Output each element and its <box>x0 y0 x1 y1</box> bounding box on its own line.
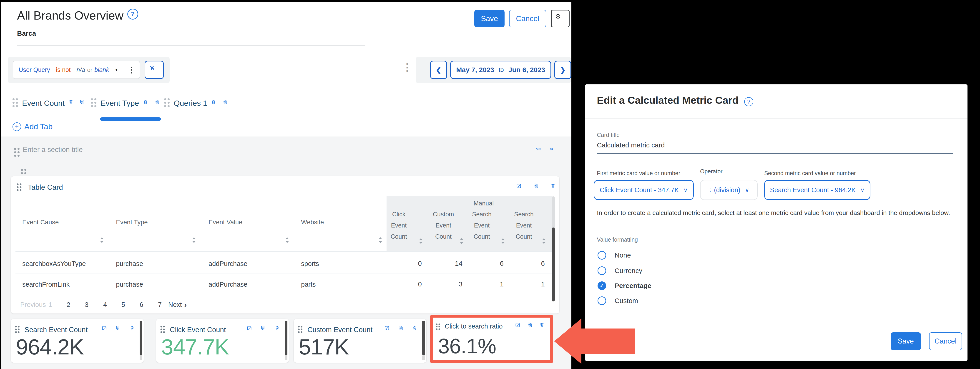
sort-toggle-icon[interactable] <box>419 238 423 244</box>
pagination-previous[interactable]: Previous <box>20 301 46 308</box>
filter-pill[interactable]: User Query is not n/a or blank ▼ ⋮ <box>13 61 140 79</box>
dashboard-help-icon[interactable]: ? <box>127 9 138 19</box>
date-toolbar-kebab-icon[interactable]: ⋮ <box>402 61 412 73</box>
table-card-delete-icon[interactable] <box>550 183 560 193</box>
radio-currency-label[interactable]: Currency <box>615 267 642 275</box>
date-prev-button[interactable]: ❮ <box>430 61 447 79</box>
tab-event-type[interactable]: Event Type <box>91 98 162 108</box>
metric-card-edit-icon[interactable] <box>384 325 393 334</box>
metric-card-delete-icon[interactable] <box>412 325 420 334</box>
column-header[interactable]: Website <box>301 219 324 226</box>
dashboard-save-button[interactable]: Save <box>474 10 504 27</box>
metric-card-drag-handle-icon[interactable] <box>298 326 303 334</box>
metric-column-header[interactable]: Count <box>516 233 532 240</box>
second-metric-dropdown[interactable]: Search Event Count - 964.2K ∨ <box>764 180 870 200</box>
radio-custom-label[interactable]: Custom <box>615 297 638 305</box>
tab-label[interactable]: Queries 1 <box>174 99 207 108</box>
metric-card-duplicate-icon[interactable] <box>116 325 124 334</box>
card-scrollbar-track[interactable] <box>422 355 425 360</box>
more-options-button[interactable] <box>551 10 570 27</box>
section-title-placeholder[interactable]: Enter a section title <box>23 147 182 154</box>
metric-column-header[interactable]: Click <box>392 211 406 218</box>
pagination-page-3[interactable]: 3 <box>85 301 88 308</box>
pagination-page-5[interactable]: 5 <box>121 301 125 308</box>
metric-card-delete-icon[interactable] <box>129 325 138 334</box>
metric-column-header[interactable]: Count <box>435 233 452 240</box>
metric-card-delete-icon[interactable] <box>539 322 547 330</box>
table-card-edit-icon[interactable] <box>516 183 526 193</box>
metric-card-duplicate-icon[interactable] <box>261 325 269 334</box>
metric-column-header[interactable]: Event <box>391 222 407 229</box>
card-scrollbar-thumb[interactable] <box>422 321 425 355</box>
filter-caret-down-icon[interactable]: ▼ <box>115 67 118 72</box>
column-header[interactable]: Event Cause <box>22 219 59 226</box>
tab-queries-1[interactable]: Queries 1 <box>164 98 230 108</box>
tab-label[interactable]: Event Type <box>100 99 139 108</box>
sort-toggle-icon[interactable] <box>542 238 546 244</box>
metric-column-header[interactable]: Event <box>516 222 531 229</box>
sort-toggle-icon[interactable] <box>379 237 383 244</box>
add-filter-button[interactable] <box>145 61 164 79</box>
modal-save-button[interactable]: Save <box>891 332 921 350</box>
radio-none[interactable] <box>598 251 606 260</box>
metric-column-header[interactable]: Search <box>514 211 534 218</box>
column-header[interactable]: Event Value <box>208 219 242 226</box>
filter-kebab-icon[interactable]: ⋮ <box>127 65 136 75</box>
tab-duplicate-icon[interactable] <box>154 99 162 107</box>
modal-help-icon[interactable]: ? <box>744 97 753 106</box>
dashboard-cancel-button[interactable]: Cancel <box>509 10 546 27</box>
pagination-page-1[interactable]: 1 <box>48 301 52 308</box>
pagination-page-2[interactable]: 2 <box>67 301 70 308</box>
sort-toggle-icon[interactable] <box>501 238 505 244</box>
first-metric-dropdown[interactable]: Click Event Count - 347.7K ∨ <box>594 180 694 200</box>
column-header[interactable]: Event Type <box>116 219 148 226</box>
tab-duplicate-icon[interactable] <box>80 99 88 107</box>
metric-column-header[interactable]: Event <box>436 222 451 229</box>
metric-card-edit-icon[interactable] <box>247 325 255 334</box>
card-scrollbar-track[interactable] <box>140 355 142 360</box>
card-scrollbar-thumb[interactable] <box>285 321 287 355</box>
section-delete-icon[interactable] <box>549 149 558 154</box>
metric-card-duplicate-icon[interactable] <box>398 325 407 334</box>
add-tab-button[interactable]: + Add Tab <box>13 122 52 131</box>
operator-dropdown[interactable]: ÷ (division) ∨ <box>700 180 757 200</box>
radio-currency[interactable] <box>598 267 606 275</box>
table-scrollbar-thumb[interactable] <box>552 227 555 302</box>
tab-drag-handle-icon[interactable] <box>91 98 97 108</box>
radio-custom[interactable] <box>598 296 606 305</box>
date-next-button[interactable]: ❯ <box>554 61 571 79</box>
metric-card-duplicate-icon[interactable] <box>527 322 535 330</box>
tab-delete-icon[interactable] <box>211 99 218 107</box>
radio-none-label[interactable]: None <box>615 251 631 259</box>
sort-toggle-icon[interactable] <box>460 238 464 244</box>
card-title-input[interactable]: Calculated metric card <box>597 141 665 149</box>
radio-percentage-label[interactable]: Percentage <box>615 282 651 290</box>
metric-card-edit-icon[interactable] <box>515 322 523 330</box>
metric-column-header[interactable]: Count <box>391 233 407 240</box>
card-scrollbar-thumb[interactable] <box>140 321 142 355</box>
sort-toggle-icon[interactable] <box>285 237 290 244</box>
metric-column-header[interactable]: Custom <box>433 211 454 218</box>
tab-delete-icon[interactable] <box>68 99 76 107</box>
metric-card-drag-handle-icon[interactable] <box>15 326 20 334</box>
tab-delete-icon[interactable] <box>143 99 151 107</box>
metric-card-edit-icon[interactable] <box>102 325 110 334</box>
metric-card-drag-handle-icon[interactable] <box>161 326 165 334</box>
tab-drag-handle-icon[interactable] <box>164 98 170 108</box>
table-card-drag-handle-icon[interactable] <box>17 184 22 192</box>
pagination-page-6[interactable]: 6 <box>140 301 143 308</box>
tab-event-count[interactable]: Event Count <box>13 98 88 108</box>
metric-card-drag-handle-icon[interactable] <box>436 324 441 330</box>
table-card-duplicate-icon[interactable] <box>533 183 543 193</box>
metric-column-header[interactable]: Event <box>474 222 490 229</box>
metric-column-header[interactable]: Search <box>472 211 492 218</box>
metric-column-header[interactable]: Count <box>474 233 490 240</box>
section-drag-handle-icon[interactable] <box>14 148 20 157</box>
radio-percentage[interactable]: ✓ <box>598 281 606 290</box>
date-range-button[interactable]: May 7, 2023 to Jun 6, 2023 <box>450 61 551 79</box>
pagination-page-7[interactable]: 7 <box>158 301 162 308</box>
tab-duplicate-icon[interactable] <box>222 99 230 107</box>
pagination-next[interactable]: Next › <box>168 301 187 308</box>
pagination-page-4[interactable]: 4 <box>103 301 107 308</box>
sort-toggle-icon[interactable] <box>192 237 196 244</box>
